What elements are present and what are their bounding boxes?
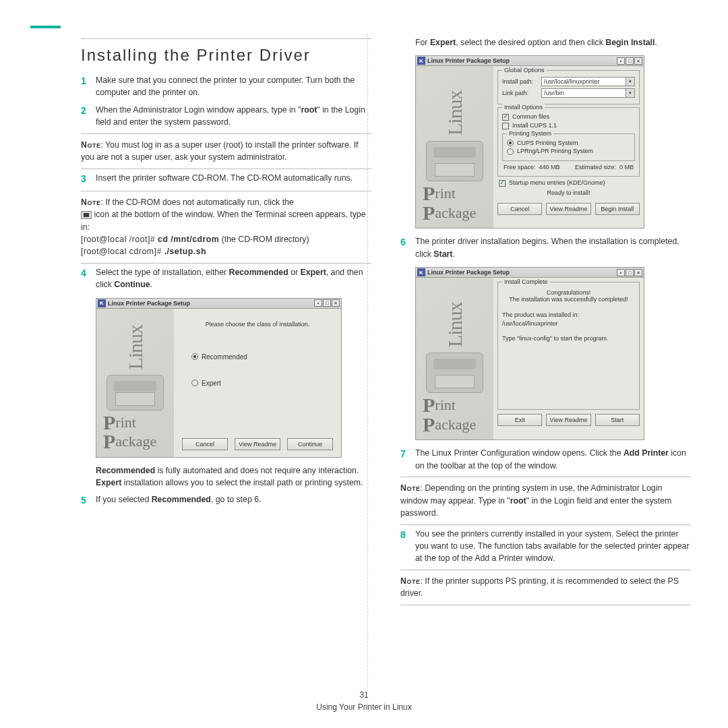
maximize-icon[interactable]: □ bbox=[626, 57, 634, 65]
step-text: The printer driver installation begins. … bbox=[415, 235, 691, 260]
legend: Install Options bbox=[502, 104, 545, 111]
radio-recommended[interactable]: Recommended bbox=[191, 353, 337, 361]
size-stats: Free space: 440 MB Estimated size: 0 MB bbox=[502, 162, 635, 172]
step-3: 3 Insert the printer software CD-ROM. Th… bbox=[81, 172, 371, 186]
chevron-down-icon[interactable]: ▾ bbox=[626, 88, 635, 98]
minimize-icon[interactable]: • bbox=[617, 57, 625, 65]
note-label: Note bbox=[81, 198, 100, 207]
maximize-icon[interactable]: □ bbox=[323, 299, 331, 307]
minimize-icon[interactable]: • bbox=[314, 299, 322, 307]
step-number: 4 bbox=[81, 266, 96, 291]
footer-text: Using Your Printer in Linux bbox=[316, 702, 411, 712]
note-text: : If the CD-ROM does not automatically r… bbox=[100, 198, 293, 207]
exit-button[interactable]: Exit bbox=[497, 414, 542, 426]
start-button[interactable]: Start bbox=[595, 414, 640, 426]
accent-bar bbox=[30, 26, 61, 28]
note-label: Note bbox=[400, 576, 420, 586]
label: Link path: bbox=[502, 90, 541, 96]
step-number: 7 bbox=[400, 447, 415, 472]
cancel-button[interactable]: Cancel bbox=[497, 203, 542, 215]
view-readme-button[interactable]: View Readme bbox=[235, 438, 280, 450]
note-text: : You must log in as a super user (root)… bbox=[81, 140, 358, 162]
minimize-icon[interactable]: • bbox=[617, 269, 625, 276]
install-path-field[interactable]: /usr/local/linuxprinter bbox=[541, 77, 626, 86]
step-4: 4 Select the type of installation, eithe… bbox=[81, 266, 371, 291]
printer-icon bbox=[107, 375, 164, 410]
install-options-group: Install Options Common files Install CUP… bbox=[497, 107, 640, 177]
legend: Global Options bbox=[502, 67, 547, 73]
install-path-info: The product was installed in: /usr/local… bbox=[502, 309, 635, 334]
step-6: 6 The printer driver installation begins… bbox=[400, 235, 691, 260]
printer-icon bbox=[426, 141, 483, 181]
close-icon[interactable]: × bbox=[634, 269, 642, 276]
continue-button[interactable]: Continue bbox=[287, 438, 333, 450]
view-readme-button[interactable]: View Readme bbox=[546, 203, 590, 215]
note-label: Note bbox=[400, 483, 420, 493]
window-icon: K bbox=[417, 268, 425, 276]
note-block: Note: Depending on the printing system i… bbox=[400, 477, 691, 524]
window-title: Linux Printer Package Setup bbox=[427, 269, 510, 276]
chevron-down-icon[interactable]: ▾ bbox=[626, 77, 635, 86]
check-icon bbox=[502, 114, 509, 121]
linux-wordmark: Linux bbox=[444, 71, 466, 135]
install-complete-group: Install Complete Congratulations! The in… bbox=[497, 282, 640, 410]
close-icon[interactable]: × bbox=[634, 57, 642, 65]
titlebar: K Linux Printer Package Setup • □ × bbox=[416, 268, 644, 278]
label: Install path: bbox=[502, 78, 541, 85]
paragraph: For Expert, select the desired option an… bbox=[400, 36, 691, 49]
step-2: 2 When the Administrator Login window ap… bbox=[81, 104, 371, 129]
radio-cups[interactable]: CUPS Printing System bbox=[507, 140, 630, 147]
screenshot-expert-options: K Linux Printer Package Setup • □ × Linu… bbox=[415, 55, 644, 229]
step-text: If you selected Recommended, go to step … bbox=[96, 493, 371, 508]
cmd-prompt: [root@local cdrom]# bbox=[81, 247, 164, 256]
note-text: : If the printer supports PS printing, i… bbox=[400, 576, 679, 598]
checkbox-common-files[interactable]: Common files bbox=[502, 113, 635, 121]
linux-wordmark: Linux bbox=[124, 314, 147, 370]
begin-install-button[interactable]: Begin Install bbox=[595, 203, 640, 215]
step-text: The Linux Printer Configuration window o… bbox=[415, 447, 691, 472]
cmd-note: (the CD-ROM directory) bbox=[219, 235, 309, 244]
window-title: Linux Printer Package Setup bbox=[108, 300, 190, 307]
dialog-message: Please choose the class of installation. bbox=[178, 313, 337, 344]
close-icon[interactable]: × bbox=[332, 299, 340, 307]
dialog-message: Congratulations! The installation was su… bbox=[502, 286, 635, 309]
titlebar: K Linux Printer Package Setup • □ × bbox=[416, 56, 644, 66]
radio-icon bbox=[507, 148, 514, 155]
step-number: 8 bbox=[400, 528, 415, 565]
window-icon: K bbox=[98, 299, 106, 307]
global-options-group: Global Options Install path:/usr/local/l… bbox=[497, 70, 640, 104]
branding-panel: Linux Print Package bbox=[416, 66, 493, 228]
rule bbox=[81, 38, 371, 39]
branding-panel: Linux Print Package bbox=[96, 309, 174, 457]
cancel-button[interactable]: Cancel bbox=[182, 438, 228, 450]
step-text: Insert the printer software CD-ROM. The … bbox=[96, 172, 371, 186]
step-number: 5 bbox=[81, 493, 96, 508]
link-path-field[interactable]: /usr/bin bbox=[541, 88, 626, 98]
view-readme-button[interactable]: View Readme bbox=[546, 414, 590, 426]
checkbox-install-cups[interactable]: Install CUPS 1.1 bbox=[502, 122, 635, 129]
titlebar: K Linux Printer Package Setup • □ × bbox=[96, 299, 341, 309]
cmd: cd /mnt/cdrom bbox=[158, 235, 219, 244]
window-icon: K bbox=[417, 57, 425, 65]
cmd: ./setup.sh bbox=[164, 247, 206, 256]
legend: Printing System bbox=[507, 130, 553, 137]
page-footer: 31 Using Your Printer in Linux bbox=[0, 689, 728, 713]
step-text: Make sure that you connect the printer t… bbox=[96, 74, 371, 99]
branding-panel: Linux Print Package bbox=[416, 278, 493, 439]
radio-expert[interactable]: Expert bbox=[191, 380, 337, 387]
step-number: 2 bbox=[81, 104, 96, 129]
radio-lprng[interactable]: LPRng/LPR Printing System bbox=[507, 148, 630, 155]
checkbox-startup-menu[interactable]: Startup menu entries (KDE/Gnome) bbox=[499, 179, 640, 187]
maximize-icon[interactable]: □ bbox=[626, 269, 634, 276]
step-text: You see the printers currently installed… bbox=[415, 528, 691, 565]
step-text: When the Administrator Login window appe… bbox=[96, 104, 371, 129]
print-package-wordmark: Print Package bbox=[419, 396, 476, 434]
note-label: Note bbox=[81, 140, 100, 150]
step-5: 5 If you selected Recommended, go to ste… bbox=[81, 493, 371, 508]
radio-icon bbox=[507, 140, 514, 146]
terminal-icon bbox=[81, 211, 92, 219]
radio-icon bbox=[191, 353, 198, 360]
legend: Install Complete bbox=[502, 278, 550, 285]
page-number: 31 bbox=[359, 690, 368, 700]
step-8: 8 You see the printers currently install… bbox=[400, 528, 691, 565]
